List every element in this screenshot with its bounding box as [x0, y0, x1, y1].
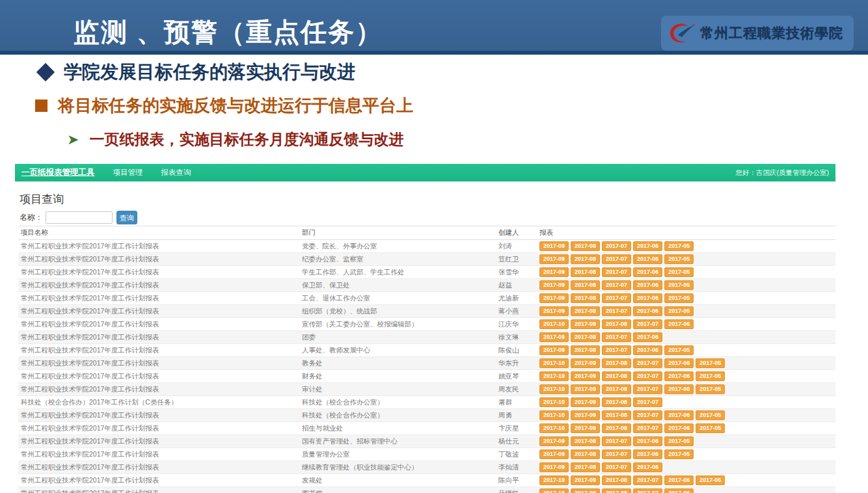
report-month-button[interactable]: 2017-05 — [696, 475, 725, 485]
report-month-button[interactable]: 2017-05 — [664, 436, 694, 446]
report-month-button[interactable]: 2017-05 — [696, 410, 725, 420]
report-month-button[interactable]: 2017-07 — [602, 254, 631, 264]
report-month-button[interactable]: 2017-05 — [664, 280, 694, 290]
report-month-button[interactable]: 2017-07 — [633, 410, 662, 420]
report-month-button[interactable]: 2017-06 — [633, 254, 662, 264]
navbar-brand[interactable]: 一页纸报表管理工具 — [21, 167, 95, 178]
report-month-button[interactable]: 2017-06 — [633, 293, 662, 303]
report-month-button[interactable]: 2017-05 — [696, 423, 725, 433]
report-month-button[interactable]: 2017-09 — [539, 436, 569, 446]
report-month-button[interactable]: 2017-09 — [539, 267, 569, 277]
report-month-button[interactable]: 2017-08 — [571, 241, 600, 251]
report-month-button[interactable]: 2017-05 — [664, 267, 694, 277]
report-month-button[interactable]: 2017-07 — [633, 423, 662, 433]
report-month-button[interactable]: 2017-06 — [633, 332, 662, 342]
report-month-button[interactable]: 2017-07 — [633, 488, 662, 493]
report-month-button[interactable]: 2017-08 — [571, 280, 600, 290]
report-month-button[interactable]: 2017-06 — [633, 241, 662, 251]
report-month-button[interactable]: 2017-05 — [664, 293, 694, 303]
report-month-button[interactable]: 2017-05 — [664, 254, 694, 264]
report-month-button[interactable]: 2017-06 — [633, 280, 662, 290]
report-month-button[interactable]: 2017-09 — [571, 371, 600, 381]
report-month-button[interactable]: 2017-06 — [664, 371, 694, 381]
report-month-button[interactable]: 2017-07 — [633, 319, 662, 329]
report-month-button[interactable]: 2017-08 — [602, 410, 631, 420]
report-month-button[interactable]: 2017-06 — [633, 449, 662, 459]
report-month-button[interactable]: 2017-07 — [633, 397, 662, 407]
report-month-button[interactable]: 2017-07 — [602, 267, 631, 277]
report-month-button[interactable]: 2017-07 — [602, 306, 631, 316]
report-month-button[interactable]: 2017-09 — [539, 462, 569, 472]
report-month-button[interactable]: 2017-09 — [539, 241, 569, 251]
report-month-button[interactable]: 2017-05 — [664, 449, 694, 459]
report-month-button[interactable]: 2017-07 — [602, 345, 631, 355]
report-month-button[interactable]: 2017-09 — [539, 254, 569, 264]
report-month-button[interactable]: 2017-09 — [539, 293, 569, 303]
report-month-button[interactable]: 2017-10 — [539, 423, 569, 433]
name-input[interactable] — [46, 211, 113, 224]
report-month-button[interactable]: 2017-08 — [602, 371, 631, 381]
report-month-button[interactable]: 2017-08 — [571, 345, 600, 355]
report-month-button[interactable]: 2017-07 — [633, 371, 662, 381]
report-month-button[interactable]: 2017-08 — [571, 254, 600, 264]
report-month-button[interactable]: 2017-07 — [602, 293, 631, 303]
report-month-button[interactable]: 2017-08 — [571, 436, 600, 446]
search-button[interactable]: 查询 — [116, 211, 137, 224]
report-month-button[interactable]: 2017-08 — [602, 384, 631, 394]
report-month-button[interactable]: 2017-06 — [633, 345, 662, 355]
report-month-button[interactable]: 2017-09 — [539, 280, 569, 290]
report-month-button[interactable]: 2017-09 — [571, 397, 600, 407]
report-month-button[interactable]: 2017-07 — [602, 332, 631, 342]
report-month-button[interactable]: 2017-08 — [571, 267, 600, 277]
report-month-button[interactable]: 2017-06 — [664, 410, 694, 420]
report-month-button[interactable]: 2017-09 — [539, 449, 569, 459]
report-month-button[interactable]: 2017-09 — [571, 423, 600, 433]
report-month-button[interactable]: 2017-08 — [571, 332, 600, 342]
report-month-button[interactable]: 2017-08 — [571, 293, 600, 303]
report-month-button[interactable]: 2017-05 — [664, 345, 694, 355]
report-month-button[interactable]: 2017-07 — [633, 384, 662, 394]
report-month-button[interactable]: 2017-06 — [664, 488, 694, 493]
report-month-button[interactable]: 2017-05 — [696, 358, 725, 368]
report-month-button[interactable]: 2017-06 — [664, 319, 694, 329]
report-month-button[interactable]: 2017-06 — [633, 267, 662, 277]
report-month-button[interactable]: 2017-09 — [571, 384, 600, 394]
report-month-button[interactable]: 2017-05 — [664, 306, 694, 316]
report-month-button[interactable]: 2017-05 — [696, 384, 725, 394]
report-month-button[interactable]: 2017-07 — [602, 449, 631, 459]
report-month-button[interactable]: 2017-08 — [571, 462, 600, 472]
report-month-button[interactable]: 2017-07 — [602, 241, 631, 251]
report-month-button[interactable]: 2017-06 — [633, 436, 662, 446]
report-month-button[interactable]: 2017-09 — [571, 358, 600, 368]
report-month-button[interactable]: 2017-08 — [602, 423, 631, 433]
report-month-button[interactable]: 2017-10 — [539, 384, 569, 394]
report-month-button[interactable]: 2017-08 — [602, 358, 631, 368]
report-month-button[interactable]: 2017-10 — [539, 319, 569, 329]
report-month-button[interactable]: 2017-06 — [633, 462, 662, 472]
report-month-button[interactable]: 2017-08 — [602, 488, 631, 493]
report-month-button[interactable]: 2017-07 — [633, 475, 662, 485]
report-month-button[interactable]: 2017-09 — [539, 332, 569, 342]
report-month-button[interactable]: 2017-05 — [696, 371, 725, 381]
report-month-button[interactable]: 2017-06 — [633, 306, 662, 316]
report-month-button[interactable]: 2017-09 — [539, 306, 569, 316]
report-month-button[interactable]: 2017-08 — [571, 306, 600, 316]
report-month-button[interactable]: 2017-07 — [633, 358, 662, 368]
report-month-button[interactable]: 2017-09 — [571, 488, 600, 493]
report-month-button[interactable]: 2017-10 — [539, 488, 569, 493]
report-month-button[interactable]: 2017-10 — [539, 358, 569, 368]
report-month-button[interactable]: 2017-06 — [664, 475, 694, 485]
report-month-button[interactable]: 2017-09 — [571, 475, 600, 485]
report-month-button[interactable]: 2017-07 — [602, 462, 631, 472]
report-month-button[interactable]: 2017-08 — [571, 449, 600, 459]
report-month-button[interactable]: 2017-09 — [571, 319, 600, 329]
report-month-button[interactable]: 2017-08 — [602, 319, 631, 329]
report-month-button[interactable]: 2017-06 — [664, 358, 694, 368]
nav-item-report-query[interactable]: 报表查询 — [161, 168, 191, 178]
report-month-button[interactable]: 2017-10 — [539, 410, 569, 420]
report-month-button[interactable]: 2017-06 — [664, 423, 694, 433]
report-month-button[interactable]: 2017-05 — [664, 241, 694, 251]
report-month-button[interactable]: 2017-08 — [602, 397, 631, 407]
report-month-button[interactable]: 2017-07 — [602, 436, 631, 446]
report-month-button[interactable]: 2017-10 — [539, 371, 569, 381]
